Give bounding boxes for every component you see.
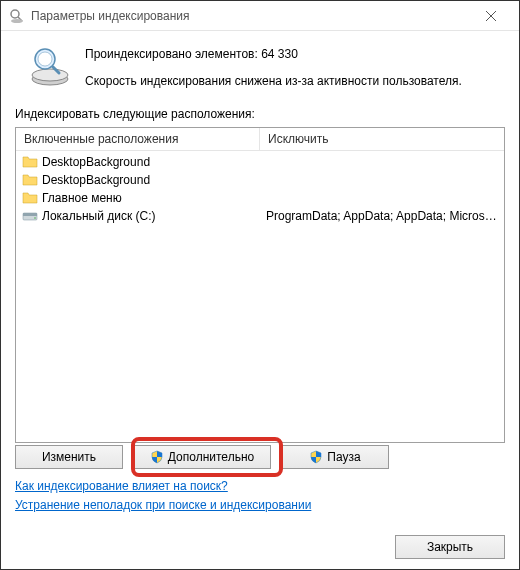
titlebar: Параметры индексирования <box>1 1 519 31</box>
column-exclude[interactable]: Исключить <box>260 128 504 150</box>
close-icon[interactable] <box>471 2 511 30</box>
locations-list: Включенные расположения Исключить Deskto… <box>15 127 505 442</box>
svg-point-6 <box>32 69 68 81</box>
content-area: Проиндексировано элементов: 64 330 Скоро… <box>1 31 519 525</box>
list-item[interactable] <box>260 189 504 207</box>
shield-icon <box>150 450 164 464</box>
svg-rect-11 <box>23 213 37 216</box>
included-column: DesktopBackgroundDesktopBackgroundГлавно… <box>16 151 260 441</box>
indexing-speed: Скорость индексирования снижена из-за ак… <box>85 72 505 91</box>
svg-point-0 <box>11 10 19 18</box>
advanced-button[interactable]: Дополнительно <box>133 445 271 469</box>
indexing-options-window: Параметры индексирования Проиндексирован… <box>0 0 520 570</box>
list-item[interactable]: Главное меню <box>16 189 260 207</box>
indexing-icon <box>9 8 25 24</box>
how-indexing-link[interactable]: Как индексирование влияет на поиск? <box>15 477 228 496</box>
list-item[interactable]: ProgramData; AppData; AppData; Microso..… <box>260 207 504 225</box>
location-name: DesktopBackground <box>42 173 150 187</box>
list-body: DesktopBackgroundDesktopBackgroundГлавно… <box>16 151 504 441</box>
column-included[interactable]: Включенные расположения <box>16 128 260 150</box>
location-name: Главное меню <box>42 191 122 205</box>
list-header: Включенные расположения Исключить <box>16 128 504 151</box>
list-item[interactable] <box>260 153 504 171</box>
svg-point-12 <box>34 218 36 220</box>
location-name: Локальный диск (C:) <box>42 209 156 223</box>
magnifier-disk-icon <box>29 45 71 87</box>
buttons-row: Изменить Дополнительно Пауза <box>15 445 505 469</box>
shield-icon <box>309 450 323 464</box>
list-item[interactable]: Локальный диск (C:) <box>16 207 260 225</box>
troubleshoot-link[interactable]: Устранение неполадок при поиске и индекс… <box>15 496 311 515</box>
footer: Закрыть <box>1 525 519 569</box>
list-item[interactable]: DesktopBackground <box>16 153 260 171</box>
help-links: Как индексирование влияет на поиск? Устр… <box>15 477 505 515</box>
list-item[interactable]: DesktopBackground <box>16 171 260 189</box>
window-title: Параметры индексирования <box>31 9 471 23</box>
location-name: DesktopBackground <box>42 155 150 169</box>
indexed-count: Проиндексировано элементов: 64 330 <box>85 45 505 64</box>
locations-label: Индексировать следующие расположения: <box>15 107 505 121</box>
svg-point-2 <box>11 19 23 23</box>
exclude-column: ProgramData; AppData; AppData; Microso..… <box>260 151 504 441</box>
status-header: Проиндексировано элементов: 64 330 Скоро… <box>15 41 505 91</box>
status-text: Проиндексировано элементов: 64 330 Скоро… <box>85 41 505 91</box>
pause-button[interactable]: Пауза <box>281 445 389 469</box>
advanced-button-label: Дополнительно <box>168 450 254 464</box>
modify-button[interactable]: Изменить <box>15 445 123 469</box>
exclude-text: ProgramData; AppData; AppData; Microso..… <box>266 209 498 223</box>
svg-point-8 <box>38 52 52 66</box>
pause-button-label: Пауза <box>327 450 360 464</box>
close-button[interactable]: Закрыть <box>395 535 505 559</box>
list-item[interactable] <box>260 171 504 189</box>
